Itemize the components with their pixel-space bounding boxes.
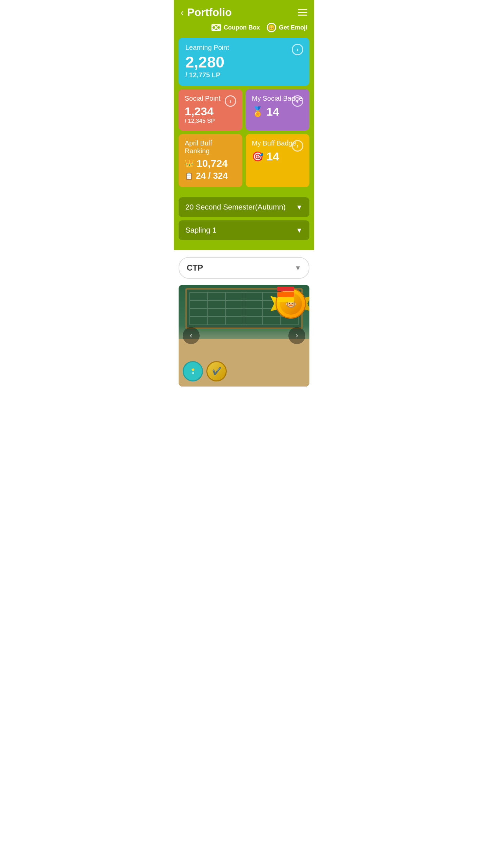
menu-button[interactable] bbox=[298, 9, 307, 16]
grid-cell bbox=[244, 317, 262, 325]
grid-cell bbox=[226, 309, 244, 317]
star-badge: ⭐ C bbox=[183, 361, 203, 381]
coupon-icon bbox=[211, 24, 221, 31]
social-badge-row: 🏅 14 bbox=[252, 105, 303, 118]
social-point-value: 1,234 bbox=[185, 105, 236, 118]
grid-cell bbox=[208, 309, 226, 317]
buff-ranking-separator: / bbox=[208, 171, 213, 181]
coupon-box-button[interactable]: Coupon Box bbox=[211, 24, 260, 31]
social-point-arrow[interactable]: › bbox=[225, 95, 236, 107]
buff-ranking-fraction: 24 / 324 bbox=[196, 171, 228, 181]
level-label: Sapling 1 bbox=[185, 226, 217, 235]
grid-cell bbox=[189, 292, 208, 300]
badge-icon: 🏅 bbox=[252, 106, 264, 117]
ctp-label: CTP bbox=[187, 263, 203, 273]
buff-badge-row: 🎯 14 bbox=[252, 150, 303, 163]
coupon-box-label: Coupon Box bbox=[224, 24, 260, 31]
semester-chevron: ▼ bbox=[296, 203, 303, 211]
buff-badge-count: 14 bbox=[266, 150, 279, 163]
star-badge-text: C bbox=[191, 371, 195, 375]
header-left: ‹ Portfolio bbox=[181, 6, 232, 19]
image-carousel: 🐵 ⭐ C ✔️ ‹ › bbox=[179, 285, 309, 387]
social-badge-card[interactable]: My Social Badge 🏅 14 › bbox=[246, 89, 309, 131]
header: ‹ Portfolio bbox=[174, 0, 314, 23]
learning-point-arrow[interactable]: › bbox=[292, 44, 303, 55]
grid-cell bbox=[208, 300, 226, 309]
learning-point-title: Learning Point bbox=[185, 44, 303, 52]
buff-badge-card[interactable]: My Buff Badge 🎯 14 › bbox=[246, 134, 309, 187]
get-emoji-button[interactable]: 😊 Get Emoji bbox=[267, 23, 307, 32]
gold-badge: ✔️ bbox=[206, 361, 227, 381]
ctp-chevron: ▼ bbox=[294, 264, 301, 272]
social-point-card[interactable]: Social Point 1,234 / 12,345 SP › bbox=[179, 89, 242, 131]
hamburger-line-3 bbox=[298, 15, 307, 16]
level-chevron: ▼ bbox=[296, 226, 303, 234]
grid-cell bbox=[189, 317, 208, 325]
get-emoji-label: Get Emoji bbox=[279, 24, 307, 31]
crown-icon: 👑 bbox=[185, 159, 194, 168]
buff-ranking-score-row: 👑 10,724 bbox=[185, 158, 236, 169]
book-yellow bbox=[277, 297, 294, 302]
grid-cell bbox=[189, 300, 208, 309]
grid-cell bbox=[244, 300, 262, 309]
hamburger-line-2 bbox=[298, 12, 307, 13]
learning-point-card[interactable]: Learning Point 2,280 / 12,775 LP › bbox=[179, 38, 309, 86]
buff-row: April Buff Ranking 👑 10,724 📋 24 / 324 M… bbox=[179, 134, 309, 187]
stats-section: Learning Point 2,280 / 12,775 LP › Socia… bbox=[174, 38, 314, 197]
hamburger-line-1 bbox=[298, 9, 307, 10]
buff-ranking-title: April Buff Ranking bbox=[185, 139, 236, 155]
grid-cell bbox=[244, 292, 262, 300]
copy-icon: 📋 bbox=[185, 172, 193, 180]
star-badge-inner: ⭐ C bbox=[191, 368, 195, 375]
white-section: CTP ▼ bbox=[174, 250, 314, 393]
social-row: Social Point 1,234 / 12,345 SP › My Soci… bbox=[179, 89, 309, 131]
grid-cell bbox=[226, 292, 244, 300]
semester-label: 20 Second Semester(Autumn) bbox=[185, 203, 286, 212]
level-dropdown[interactable]: Sapling 1 ▼ bbox=[179, 220, 309, 240]
grid-cell bbox=[208, 317, 226, 325]
carousel-prev-button[interactable]: ‹ bbox=[183, 327, 200, 344]
learning-point-sub: / 12,775 LP bbox=[185, 71, 303, 79]
grid-cell bbox=[226, 317, 244, 325]
buff-ranking-score: 10,724 bbox=[197, 158, 228, 169]
book-stack bbox=[277, 287, 294, 303]
ctp-dropdown[interactable]: CTP ▼ bbox=[179, 257, 309, 279]
back-button[interactable]: ‹ bbox=[181, 7, 184, 18]
learning-point-value: 2,280 bbox=[185, 54, 303, 70]
carousel-next-button[interactable]: › bbox=[288, 327, 305, 344]
buff-badge-icon: 🎯 bbox=[252, 151, 264, 162]
grid-cell bbox=[244, 309, 262, 317]
grid-cell bbox=[208, 292, 226, 300]
star-badge-icon: ⭐ bbox=[191, 368, 195, 372]
social-badge-arrow[interactable]: › bbox=[292, 95, 303, 107]
sub-header: Coupon Box 😊 Get Emoji bbox=[174, 23, 314, 38]
grid-cell bbox=[189, 309, 208, 317]
book-red bbox=[277, 287, 294, 291]
social-badge-count: 14 bbox=[266, 105, 279, 118]
book-orange bbox=[277, 292, 294, 297]
page-title: Portfolio bbox=[187, 6, 232, 19]
social-point-sub: / 12,345 SP bbox=[185, 118, 236, 124]
buff-ranking-card[interactable]: April Buff Ranking 👑 10,724 📋 24 / 324 bbox=[179, 134, 242, 187]
semester-dropdown[interactable]: 20 Second Semester(Autumn) ▼ bbox=[179, 197, 309, 217]
emoji-icon: 😊 bbox=[267, 23, 276, 32]
buff-ranking-fraction-row: 📋 24 / 324 bbox=[185, 171, 236, 181]
dropdown-section: 20 Second Semester(Autumn) ▼ Sapling 1 ▼ bbox=[174, 197, 314, 250]
grid-cell bbox=[226, 300, 244, 309]
